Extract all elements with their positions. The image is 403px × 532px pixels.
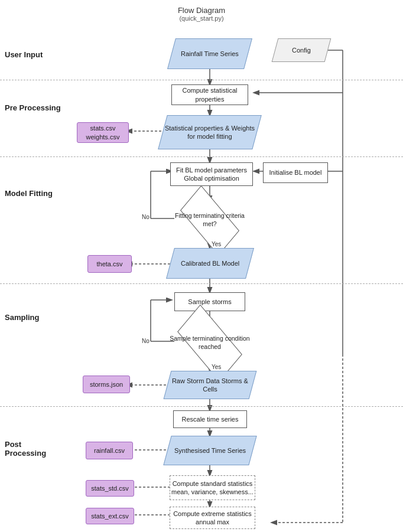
diagram-title: Flow Diagram [0, 0, 403, 15]
rainfall-ts-node: Rainfall Time Series [167, 38, 252, 69]
calibrated-bl-node: Calibrated BL Model [166, 248, 254, 279]
no-label-1: No [142, 214, 150, 220]
raw-storm-node: Raw Storm Data Storms & Cells [164, 371, 257, 399]
stats-csv-node: stats.csv weights.csv [77, 122, 129, 143]
synthesised-ts-node: Synthesised Time Series [163, 436, 256, 465]
fit-bl-node: Fit BL model parameters Global optimisat… [170, 162, 253, 186]
theta-csv-node: theta.csv [87, 255, 132, 273]
rescale-ts-node: Rescale time series [173, 410, 247, 428]
section-label-pre-processing: Pre Processing [5, 103, 61, 112]
divider-4 [0, 406, 403, 407]
section-label-post-processing: PostProcessing [5, 440, 46, 458]
rainfall-csv-node: rainfall.csv [86, 442, 133, 459]
section-label-user-input: User Input [5, 50, 43, 59]
compute-stats-node: Compute statistical properties [171, 84, 248, 105]
section-label-model-fitting: Model Fitting [5, 189, 53, 198]
fitting-criteria-node: Fitting terminating criteria met? [168, 200, 251, 241]
section-label-sampling: Sampling [5, 313, 40, 322]
divider-3 [0, 283, 403, 284]
yes-label-2: Yes [212, 364, 221, 370]
sample-storms-node: Sample storms [174, 292, 245, 311]
flow-diagram: { "title": "Flow Diagram", "subtitle": "… [0, 0, 403, 532]
init-bl-node: Initialise BL model [263, 162, 328, 183]
yes-label-1: Yes [212, 241, 221, 247]
divider-1 [0, 80, 403, 80]
config-node: Config [272, 38, 332, 62]
diagram-subtitle: (quick_start.py) [0, 15, 403, 22]
sample-terminating-node: Sample terminating condition reached [167, 322, 252, 364]
stats-weights-node: Statistical properties & Weights for mod… [158, 115, 262, 149]
storms-json-node: storms.json [83, 376, 130, 393]
divider-2 [0, 156, 403, 157]
stats-std-csv-node: stats_std.csv [86, 480, 134, 497]
no-label-2: No [142, 338, 150, 344]
compute-ext-stats-node: Compute extreme statistics annual max [170, 507, 255, 529]
stats-ext-csv-node: stats_ext.csv [86, 508, 134, 524]
compute-std-stats-node: Compute standard statistics mean, varian… [170, 475, 255, 500]
